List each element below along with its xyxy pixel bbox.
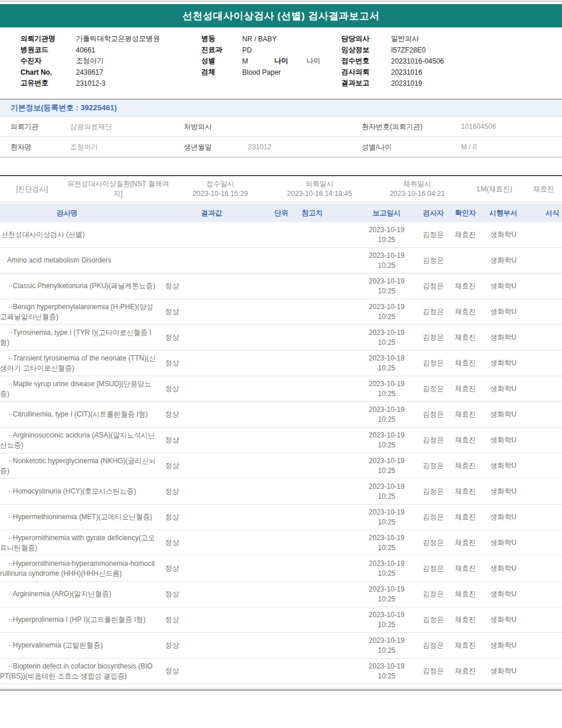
result-row[interactable]: ··Biopterin defect in cofactor biosynthe… bbox=[0, 659, 562, 684]
field-label: 생년월일 bbox=[184, 142, 248, 152]
cell-department: 생화학U bbox=[481, 564, 525, 573]
basic-info-row: 의뢰기관삼광의료재단처방의사환자번호(의뢰기관)101604506 bbox=[0, 117, 562, 137]
field-label: 임상정보 bbox=[341, 45, 391, 55]
field-value: I57ZF28E0 bbox=[391, 46, 425, 54]
col-header-unit: 단위 bbox=[260, 208, 295, 218]
cell-department: 생화학U bbox=[481, 615, 525, 625]
requested-datetime: 의뢰일시 2023-10-16 14:18:45 bbox=[268, 179, 371, 199]
basic-info-header: 기본정보(등록번호 : 39225461) bbox=[0, 100, 562, 117]
cell-report-datetime: 2023-10-19 10:25 bbox=[330, 379, 417, 398]
cell-confirmer: 채효진 bbox=[449, 332, 481, 342]
field-label: 진료과 bbox=[201, 45, 242, 55]
result-row[interactable]: ··Argininosuccinic aciduria (ASA)(알지노석시닌… bbox=[0, 428, 562, 453]
report-date: 2023-10-19 bbox=[356, 508, 417, 517]
collected-datetime: 채취일시 2023-10-16 04:21 bbox=[371, 179, 464, 199]
cell-report-datetime: 2023-10-19 10:25 bbox=[330, 328, 417, 346]
field-value: 삼광의료재단 bbox=[70, 122, 184, 132]
report-date: 2023-10-19 bbox=[356, 584, 417, 594]
col-header-report-datetime: 보고일시 bbox=[330, 208, 417, 218]
cell-confirmer: 채효진 bbox=[449, 640, 481, 650]
patient-info-row: 검체Blood Paper bbox=[201, 66, 320, 78]
field-value: 40661 bbox=[76, 46, 95, 54]
result-row[interactable]: ··Argininemia (ARG)(알지닌혈증) 정상 2023-10-19… bbox=[0, 582, 562, 607]
result-row[interactable]: ··Hyperornithinemia-hyperammonemia-homoc… bbox=[0, 556, 562, 582]
result-row[interactable]: ··Hypervalinemia (고발린혈증) 정상 2023-10-19 1… bbox=[0, 633, 562, 659]
field-label: 결과보고 bbox=[341, 78, 391, 88]
report-date: 2023-10-19 bbox=[356, 636, 417, 645]
field-label: Chart No. bbox=[20, 68, 76, 76]
cell-tester: 김정은 bbox=[417, 487, 449, 496]
field-label: 환자번호(의뢰기관) bbox=[362, 122, 461, 132]
result-row[interactable]: 선천성대사이상검사 (선별) 2023-10-19 10:25 김정은 채효진 … bbox=[0, 222, 562, 248]
result-row[interactable]: ··Classic Phenylketonuria (PKU)(페닐케톤뇨증) … bbox=[0, 274, 562, 299]
cell-result-value: 정상 bbox=[163, 281, 260, 291]
cell-test-name: ··Benign hyperphenylalaninemia (H-PHE)(양… bbox=[0, 302, 163, 322]
report-date: 2023-10-19 bbox=[356, 328, 417, 337]
report-time: 10:25 bbox=[356, 338, 417, 347]
cell-result-value: 정상 bbox=[163, 410, 260, 419]
cell-report-datetime: 2023-10-19 10:25 bbox=[330, 584, 417, 603]
cell-tester: 김정은 bbox=[417, 410, 449, 419]
cell-test-name: ··Classic Phenylketonuria (PKU)(페닐케톤뇨증) bbox=[0, 281, 163, 291]
field-value: NR / BABY bbox=[242, 35, 277, 43]
field-label: 검체 bbox=[201, 67, 242, 77]
col-header-confirmer: 확인자 bbox=[449, 208, 481, 218]
cell-department: 생화학U bbox=[481, 461, 525, 471]
result-row[interactable]: ··Citrullinemia, type I (CIT)(시트룰린혈증 I형)… bbox=[0, 402, 562, 428]
cell-test-name: ··Maple syrup urine disease [MSUD](단풍당뇨증… bbox=[0, 379, 163, 399]
diagnosis-tag: [진단검사] bbox=[0, 184, 64, 194]
report-time: 10:25 bbox=[356, 620, 417, 629]
cell-confirmer: 채효진 bbox=[449, 564, 481, 573]
field-value: M / 0 bbox=[461, 143, 562, 151]
basic-info-row: 환자명조청아기생년월일231012성별/나이M / 0 bbox=[0, 137, 562, 158]
cell-tester: 김정은 bbox=[417, 589, 449, 599]
field-value: PD bbox=[242, 46, 252, 54]
field-label: 의뢰기관 bbox=[0, 122, 70, 132]
result-row[interactable]: ··Hyperornithinemia with gyrate deficien… bbox=[0, 530, 562, 556]
result-row[interactable]: ··Hypermethioninemia (MET)(고메티오닌혈증) 정상 2… bbox=[0, 505, 562, 530]
cell-department: 생화학U bbox=[481, 358, 525, 368]
col-header-tester: 검사자 bbox=[417, 208, 449, 218]
field-label: 병동 bbox=[201, 34, 242, 44]
cell-confirmer: 채효진 bbox=[449, 512, 481, 522]
top-divider bbox=[0, 0, 562, 2]
field-value: 조청아기 bbox=[70, 142, 184, 152]
field-label: 담당의사 bbox=[341, 34, 391, 44]
result-row[interactable]: ··Nonketotic hyperglycinemia (NKHG)(글리신뇌… bbox=[0, 453, 562, 479]
cell-department: 생화학U bbox=[481, 487, 525, 496]
field-value: 231012 bbox=[248, 143, 362, 151]
result-row[interactable]: ··Transient tyrosinemia of the neonate (… bbox=[0, 351, 562, 376]
report-time: 10:25 bbox=[356, 363, 417, 373]
report-date: 2023-10-19 bbox=[356, 662, 417, 671]
result-row[interactable]: ··Benign hyperphenylalaninemia (H-PHE)(양… bbox=[0, 299, 562, 325]
report-date: 2023-10-19 bbox=[356, 610, 417, 620]
result-row[interactable]: ··Maple syrup urine disease [MSUD](단풍당뇨증… bbox=[0, 376, 562, 402]
diagnosis-summary-row: [진단검사] 유전성대사이상질환[NST 혈액여지] 접수일시 2023-10-… bbox=[0, 175, 562, 202]
cell-confirmer: 채효진 bbox=[449, 358, 481, 368]
patient-info-row: 병동NR / BABY bbox=[201, 33, 320, 44]
report-date: 2023-10-19 bbox=[356, 456, 417, 466]
cell-confirmer: 채효진 bbox=[449, 461, 481, 471]
patient-info-row: 고유번호231012-3 bbox=[20, 78, 160, 89]
cell-test-name: ··Transient tyrosinemia of the neonate (… bbox=[0, 354, 163, 373]
result-row[interactable]: ··Homocystinuria (HCY)(호모시스틴뇨증) 정상 2023-… bbox=[0, 479, 562, 505]
patient-info-row: 검사의뢰20231016 bbox=[341, 66, 444, 78]
result-row[interactable]: Amino acid metabolism Disorders 2023-10-… bbox=[0, 248, 562, 274]
report-date: 2023-10-19 bbox=[356, 430, 417, 440]
field-value: 2438617 bbox=[76, 68, 103, 76]
patient-info-row: 임상정보I57ZF28E0 bbox=[341, 44, 444, 55]
col-header-test-name: 검사명 bbox=[0, 208, 163, 218]
result-row[interactable]: ··Hyperprolinemia I (HP I)(고프롤린혈증 I형) 정상… bbox=[0, 607, 562, 633]
basic-info-rows: 의뢰기관삼광의료재단처방의사환자번호(의뢰기관)101604506환자명조청아기… bbox=[0, 117, 562, 158]
cell-result-value: 정상 bbox=[163, 615, 260, 625]
cell-department: 생화학U bbox=[481, 512, 525, 522]
result-row[interactable]: ··Tyrosinemia, type I (TYR I)(고타이로신혈증 I형… bbox=[0, 325, 562, 351]
cell-department: 생화학U bbox=[481, 256, 525, 265]
cell-result-value: 정상 bbox=[163, 589, 260, 599]
cell-report-datetime: 2023-10-19 10:25 bbox=[330, 225, 417, 244]
cell-report-datetime: 2023-10-19 10:25 bbox=[330, 251, 417, 270]
cell-tester: 김정은 bbox=[417, 230, 449, 240]
patient-info-row: 진료과PD bbox=[201, 44, 320, 55]
cell-confirmer: 채효진 bbox=[449, 615, 481, 625]
diagnosis-test-group: 유전성대사이상질환[NST 혈액여지] bbox=[64, 179, 172, 199]
